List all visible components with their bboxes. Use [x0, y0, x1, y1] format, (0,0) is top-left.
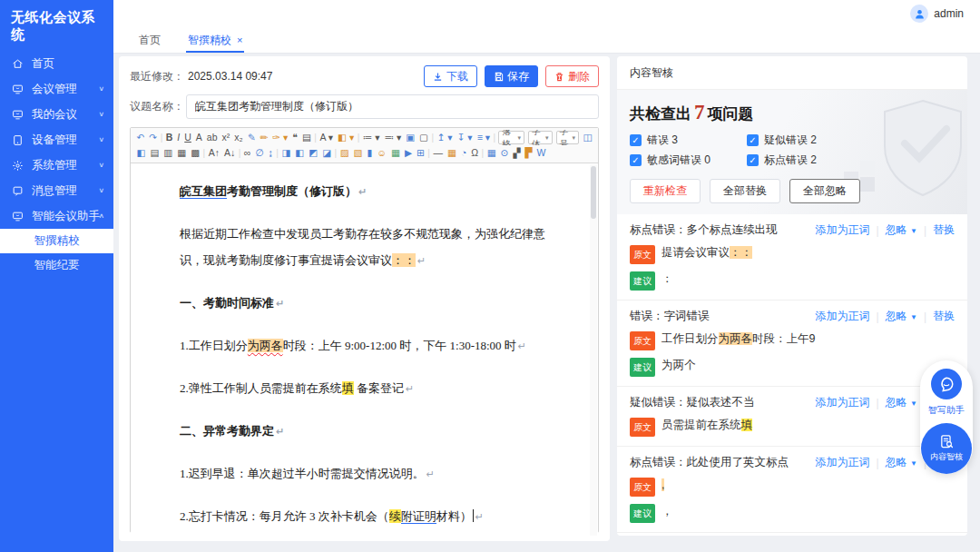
editor-body[interactable]: 皖互集团考勤管理制度（修订版）↵根据近期工作检查中发现员工考勤存在较多不规范现象… [131, 163, 598, 537]
toolbar-button[interactable]: ▧ [351, 146, 365, 160]
toolbar-button[interactable]: ◔ [458, 146, 468, 160]
checkbox-checked-icon[interactable]: ✓ [747, 154, 759, 166]
toolbar-select-字体[interactable]: 字体▾ [528, 131, 553, 144]
toolbar-button[interactable]: ≕ ▾ [382, 131, 404, 144]
toolbar-button[interactable]: ▦ [445, 146, 458, 160]
user-menu[interactable]: admin [910, 5, 964, 23]
tab-1[interactable]: 首页 [137, 27, 162, 53]
toolbar-button[interactable]: ⊞ [415, 146, 427, 160]
sidebar-subitem-智能纪要[interactable]: 智能纪要 [0, 253, 113, 278]
sidebar-item-5[interactable]: 系统管理∨ [0, 153, 113, 178]
topic-name-input[interactable] [186, 94, 599, 119]
toolbar-button[interactable]: ✑ ▾ [270, 131, 290, 144]
toolbar-button[interactable]: ab [204, 131, 220, 144]
toolbar-button[interactable]: A↑ [206, 146, 221, 160]
chevron-down-icon: ∨ [98, 136, 104, 143]
add-as-correct-link[interactable]: 添加为正词 [815, 309, 869, 324]
toolbar-button[interactable]: ↧ ▾ [455, 131, 475, 144]
sidebar-item-7[interactable]: 智能会议助手∧ [0, 203, 113, 229]
checkbox-checked-icon[interactable]: ✓ [630, 154, 642, 166]
toolbar-button[interactable]: ≡ ▾ [475, 131, 492, 144]
checkbox-checked-icon[interactable]: ✓ [630, 134, 642, 146]
toolbar-button[interactable]: I [175, 131, 182, 144]
ignore-dropdown[interactable]: 忽略 ▼ [886, 395, 917, 410]
replace-link[interactable]: 替换 [933, 309, 955, 324]
toolbar-button[interactable]: ▮ [365, 146, 375, 160]
toolbar-button[interactable]: A [193, 131, 204, 144]
add-as-correct-link[interactable]: 添加为正词 [815, 455, 869, 470]
toolbar-button[interactable]: ↷ [147, 131, 160, 144]
download-button[interactable]: 下载 [424, 65, 477, 87]
smart-writer-button[interactable] [931, 369, 962, 399]
ignore-dropdown[interactable]: 忽略 ▼ [886, 309, 917, 324]
toolbar-select-段落格式[interactable]: 段落格式▾ [498, 131, 524, 144]
toolbar-button[interactable]: ✎ [245, 131, 258, 144]
save-button[interactable]: 保存 [485, 65, 538, 87]
replace-link[interactable]: 替换 [933, 222, 955, 238]
add-as-correct-link[interactable]: 添加为正词 [815, 222, 869, 238]
toolbar-button[interactable]: ▥ [162, 146, 175, 160]
filter-checkbox-4[interactable]: ✓标点错误 2 [747, 153, 857, 168]
toolbar-button[interactable]: ❝ [290, 131, 300, 144]
toolbar-button[interactable]: ▛ [523, 146, 534, 160]
toolbar-button[interactable]: ▶ [402, 146, 414, 160]
toolbar-button[interactable]: ▤ [148, 146, 162, 160]
filter-checkbox-1[interactable]: ✓错误 3 [630, 133, 740, 148]
ignore-dropdown[interactable]: 忽略 ▼ [886, 222, 917, 238]
toolbar-button[interactable]: ✏ [258, 131, 270, 144]
toolbar-button[interactable]: ◧ [293, 146, 307, 160]
toolbar-button[interactable]: ▦ [175, 146, 189, 160]
review-button-全部忽略[interactable]: 全部忽略 [789, 179, 860, 203]
sidebar-item-6[interactable]: 消息管理∨ [0, 178, 113, 203]
toolbar-button[interactable]: ▨ [338, 146, 351, 160]
toolbar-button[interactable]: x₂ [232, 131, 245, 144]
toolbar-button[interactable]: ∞ [241, 146, 253, 160]
toolbar-button[interactable]: ▣ [404, 131, 417, 144]
filter-checkbox-3[interactable]: ✓敏感词错误 0 [630, 153, 740, 168]
toolbar-button[interactable]: ☺ [375, 146, 389, 160]
ignore-dropdown[interactable]: 忽略 ▼ [886, 455, 917, 470]
toolbar-button[interactable]: ↶ [134, 131, 147, 144]
toolbar-button[interactable]: ▦ [485, 146, 498, 160]
toolbar-button[interactable]: A ▾ [318, 131, 336, 144]
toolbar-button[interactable]: B [163, 131, 175, 144]
sidebar-subitem-智撰精校[interactable]: 智撰精校 [0, 229, 113, 253]
toolbar-button[interactable]: A↓ [221, 146, 237, 160]
toolbar-button[interactable]: x² [220, 131, 232, 144]
editor-scrollbar[interactable] [590, 164, 597, 536]
toolbar-button[interactable]: ◪ [320, 146, 334, 160]
add-as-correct-link[interactable]: 添加为正词 [815, 395, 869, 410]
toolbar-button[interactable]: ▞ [511, 146, 523, 160]
toolbar-button[interactable]: ◧ [134, 146, 148, 160]
toolbar-button[interactable]: ↥ ▾ [435, 131, 455, 144]
sidebar-item-3[interactable]: 我的会议∨ [0, 102, 113, 127]
toolbar-select-字号[interactable]: 字号▾ [556, 131, 580, 144]
toolbar-button[interactable]: W [534, 146, 548, 160]
toolbar-button[interactable]: ◩ [307, 146, 320, 160]
toolbar-button[interactable]: Ω [469, 146, 481, 160]
toolbar-button[interactable]: ◨ [279, 146, 293, 160]
toolbar-button[interactable]: ◧ ▾ [336, 131, 357, 144]
filter-checkbox-2[interactable]: ✓疑似错误 2 [747, 133, 857, 148]
toolbar-button[interactable]: ≔ ▾ [360, 131, 382, 144]
toolbar-button[interactable]: U [182, 131, 194, 144]
sidebar-item-4[interactable]: 设备管理∨ [0, 127, 113, 153]
content-review-button[interactable]: 内容智核 [921, 423, 972, 474]
sidebar-item-1[interactable]: 首页 [0, 51, 113, 76]
checkbox-checked-icon[interactable]: ✓ [747, 134, 759, 146]
toolbar-button[interactable]: ▩ [189, 146, 202, 160]
review-button-重新检查[interactable]: 重新检查 [630, 179, 701, 203]
toolbar-button[interactable]: — [431, 146, 446, 160]
toolbar-button[interactable]: ∅ [253, 146, 266, 160]
toolbar-button[interactable]: ▦ [389, 146, 403, 160]
toolbar-button[interactable]: ▢ [417, 131, 431, 144]
toolbar-button[interactable]: ◫ [581, 131, 594, 144]
delete-button[interactable]: 删除 [545, 65, 599, 87]
toolbar-button[interactable]: ⊙ [498, 146, 511, 160]
toolbar-button[interactable]: ▤ [299, 131, 313, 144]
sidebar-item-2[interactable]: 会议管理∨ [0, 76, 113, 102]
tab-close-icon[interactable]: × [237, 34, 242, 45]
review-button-全部替换[interactable]: 全部替换 [710, 179, 780, 203]
tab-2[interactable]: 智撰精校× [186, 27, 244, 53]
toolbar-button[interactable]: ↨ [266, 146, 275, 160]
